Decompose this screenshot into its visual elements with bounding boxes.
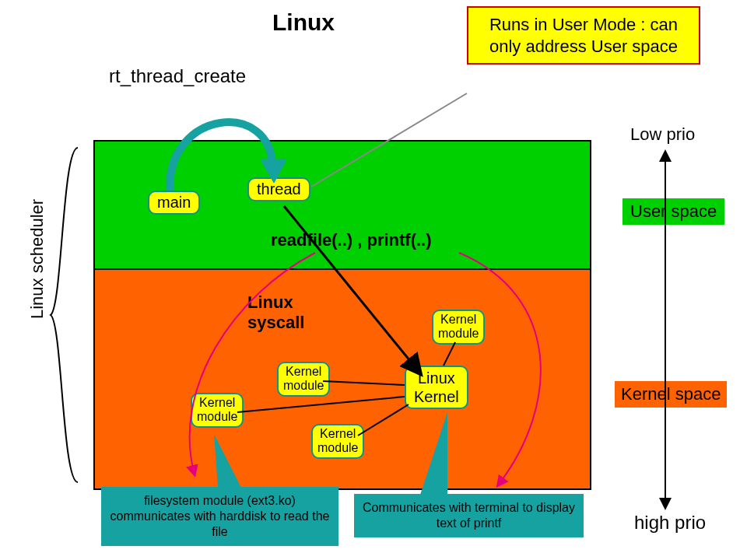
create-thread-label: rt_thread_create: [109, 65, 246, 87]
high-prio-label: high prio: [634, 512, 706, 534]
kernel-module-box-1: Kernelmodule: [277, 362, 330, 397]
linux-syscall-label: Linuxsyscall: [247, 292, 317, 333]
user-space-legend: User space: [622, 198, 724, 225]
svg-marker-11: [659, 498, 672, 510]
kernel-module-box-3: Kernelmodule: [432, 310, 485, 345]
low-prio-label: Low prio: [630, 124, 695, 145]
usermode-callout: Runs in User Mode : can only address Use…: [467, 6, 700, 65]
readfile-printf-label: readfile(..) , printf(..): [271, 230, 432, 250]
main-box: main: [148, 191, 200, 215]
linux-scheduler-label: Linux scheduler: [27, 199, 47, 319]
diagram-title: Linux: [272, 9, 335, 36]
linux-kernel-box: LinuxKernel: [405, 366, 468, 409]
kernel-space-legend: Kernel space: [615, 381, 727, 408]
syscall-text: Linuxsyscall: [247, 292, 317, 333]
kernel-module-box-2: Kernelmodule: [191, 393, 244, 428]
linux-kernel-text: LinuxKernel: [414, 369, 459, 405]
kernel-module-box-4: Kernelmodule: [311, 424, 364, 459]
svg-marker-10: [659, 149, 672, 162]
thread-box: thread: [247, 177, 310, 201]
filesystem-callout: filesystem module (ext3.ko) communicates…: [101, 487, 338, 546]
terminal-callout: Communicates with terminal to display te…: [354, 494, 584, 537]
